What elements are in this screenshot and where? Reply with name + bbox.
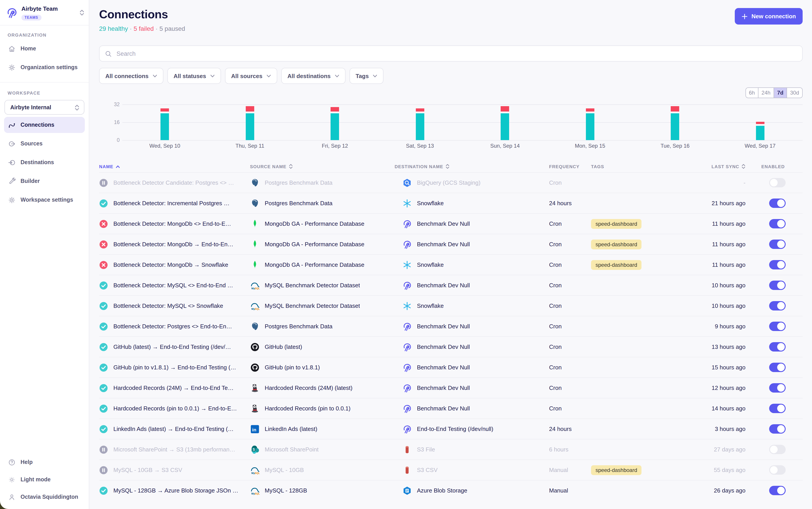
workspace-selector[interactable]: Airbyte Internal xyxy=(4,100,85,115)
sidebar-item-label: Destinations xyxy=(21,159,54,166)
table-row[interactable]: Bottleneck Detector: MySQL <> End-to-End… xyxy=(99,275,803,295)
enabled-toggle[interactable] xyxy=(769,199,786,208)
sidebar-item-light-mode[interactable]: Light mode xyxy=(4,472,85,487)
sidebar-item-workspace-settings[interactable]: Workspace settings xyxy=(4,192,85,208)
sidebar-item-destinations[interactable]: Destinations xyxy=(4,155,85,170)
sidebar-item-user[interactable]: Octavia Squiddington xyxy=(4,489,85,505)
last-sync-value: 11 hours ago xyxy=(688,241,746,247)
sidebar-item-help[interactable]: Help xyxy=(4,454,85,470)
s3-icon xyxy=(402,465,412,475)
sidebar-item-sources[interactable]: Sources xyxy=(4,136,85,152)
sidebar-item-connections[interactable]: Connections xyxy=(4,117,85,133)
table-row[interactable]: GitHub (latest) → End-to-End Testing (/d… xyxy=(99,336,803,357)
enabled-toggle[interactable] xyxy=(769,363,786,372)
column-header-destination-name[interactable]: DESTINATION NAME xyxy=(395,164,545,169)
table-row[interactable]: GitHub (pin to v1.8.1) → End-to-End Test… xyxy=(99,357,803,377)
time-range-7d[interactable]: 7d xyxy=(774,88,786,98)
enabled-toggle[interactable] xyxy=(769,465,786,475)
page-title: Connections xyxy=(99,7,185,22)
table-row[interactable]: Hardcoded Records (24M) → End-to-End Te…… xyxy=(99,377,803,398)
source-name: Hardcoded Records (pin to 0.0.1) xyxy=(265,405,350,412)
enabled-toggle[interactable] xyxy=(769,342,786,351)
enabled-toggle[interactable] xyxy=(769,321,786,331)
table-row[interactable]: Bottleneck Detector: Postgres <> End-to-… xyxy=(99,316,803,336)
help-icon xyxy=(8,459,15,466)
filter-all-sources[interactable]: All sources xyxy=(225,68,277,84)
table-row[interactable]: Hardcoded Records (pin to 0.0.1) → End-t… xyxy=(99,398,803,418)
table-row[interactable]: Bottleneck Detector: Incremental Postgre… xyxy=(99,193,803,213)
destination-cell: S3 File xyxy=(395,445,545,454)
frequency-value: Cron xyxy=(545,384,589,391)
frequency-value: Cron xyxy=(545,220,589,227)
connection-name: Bottleneck Detector: MySQL <> Snowflake xyxy=(113,302,223,309)
column-header-name[interactable]: NAME xyxy=(99,164,250,169)
sidebar-item-label: Octavia Squiddington xyxy=(21,494,78,500)
source-name: MongoDb GA - Performance Database xyxy=(265,220,364,227)
sidebar-item-home[interactable]: Home xyxy=(4,41,85,57)
table-row[interactable]: Bottleneck Detector: MySQL <> SnowflakeM… xyxy=(99,295,803,316)
enabled-toggle[interactable] xyxy=(769,424,786,434)
filter-all-destinations[interactable]: All destinations xyxy=(281,68,346,84)
source-cell: MySQLMySQL - 128GB xyxy=(250,485,395,496)
time-range-6h[interactable]: 6h xyxy=(746,88,758,98)
enabled-toggle[interactable] xyxy=(769,445,786,454)
filter-tags[interactable]: Tags xyxy=(349,68,384,84)
search-input[interactable] xyxy=(116,50,797,57)
chart-bar-group xyxy=(462,104,548,140)
filter-all-statuses[interactable]: All statuses xyxy=(167,68,221,84)
team-name: Airbyte Team xyxy=(22,5,58,12)
time-range-30d[interactable]: 30d xyxy=(786,88,802,98)
source-cell: MySQLMySQL Benchmark Detector Dataset xyxy=(250,301,395,311)
enabled-toggle[interactable] xyxy=(769,240,786,249)
sidebar-item-builder[interactable]: Builder xyxy=(4,173,85,189)
destination-name: End-to-End Testing (/dev/null) xyxy=(417,426,493,432)
table-row[interactable]: Bottleneck Detector: MongoDb <> End-to-E… xyxy=(99,213,803,234)
table-row[interactable]: Microsoft SharePoint → S3 (13mb performa… xyxy=(99,439,803,460)
status-success-icon xyxy=(99,425,108,433)
frequency-value: Cron xyxy=(545,282,589,289)
status-paused-icon xyxy=(99,178,108,187)
svg-text:S: S xyxy=(253,447,255,451)
connection-name-cell: Hardcoded Records (24M) → End-to-End Te… xyxy=(99,383,250,392)
table-row[interactable]: Bottleneck Detector: MongoDb → Snowflake… xyxy=(99,254,803,275)
team-switcher[interactable]: Airbyte Team TEAMS xyxy=(0,0,89,26)
destination-cell: Benchmark Dev Null xyxy=(395,219,545,229)
chart-x-label: Mon, Sep 15 xyxy=(548,143,632,149)
main-content: Connections 29 healthy·5 failed·5 paused… xyxy=(89,0,812,509)
enabled-toggle[interactable] xyxy=(769,383,786,393)
status-paused-icon xyxy=(99,445,108,454)
filter-all-connections[interactable]: All connections xyxy=(99,68,163,84)
column-header-last-sync[interactable]: LAST SYNC xyxy=(688,164,746,169)
column-header-source-name[interactable]: SOURCE NAME xyxy=(250,164,395,169)
snowflake-icon xyxy=(402,260,412,270)
enabled-toggle[interactable] xyxy=(769,260,786,269)
connection-name: LinkedIn Ads (latest) → End-to-End Testi… xyxy=(113,426,234,432)
sidebar-item-organization-settings[interactable]: Organization settings xyxy=(4,59,85,75)
destination-name: Snowflake xyxy=(417,302,444,309)
hardcoded-records-icon xyxy=(250,404,260,413)
table-row[interactable]: Bottleneck Detector Candidate: Postgres … xyxy=(99,172,803,193)
chart-x-label: Wed, Sep 10 xyxy=(122,143,207,149)
table-row[interactable]: MySQL - 10GB → S3 CSVMySQLMySQL - 10GBS3… xyxy=(99,460,803,480)
enabled-toggle[interactable] xyxy=(769,219,786,228)
enabled-toggle[interactable] xyxy=(769,404,786,413)
enabled-toggle[interactable] xyxy=(769,178,786,188)
table-row[interactable]: Bottleneck Detector: MongoDb → End-to-En… xyxy=(99,234,803,254)
frequency-value: Cron xyxy=(545,241,589,247)
time-range-24h[interactable]: 24h xyxy=(758,88,774,98)
destination-cell: Benchmark Dev Null xyxy=(395,321,545,331)
tag-badge: speed-dashboard xyxy=(591,239,642,249)
sidebar-item-label: Organization settings xyxy=(21,64,78,70)
toggle-knob xyxy=(770,179,778,186)
enabled-toggle[interactable] xyxy=(769,281,786,290)
new-connection-button[interactable]: New connection xyxy=(735,8,803,25)
enabled-toggle[interactable] xyxy=(769,486,786,495)
connection-name: Bottleneck Detector: Postgres <> End-to-… xyxy=(113,323,232,330)
enabled-toggle[interactable] xyxy=(769,301,786,310)
frequency-value: Cron xyxy=(545,364,589,371)
enabled-cell xyxy=(746,240,803,249)
table-row[interactable]: LinkedIn Ads (latest) → End-to-End Testi… xyxy=(99,418,803,439)
table-row[interactable]: MySQL - 128GB → Azure Blob Storage JSOn … xyxy=(99,480,803,501)
chevron-down-icon xyxy=(334,74,339,77)
chart-bar-failed xyxy=(756,122,765,124)
